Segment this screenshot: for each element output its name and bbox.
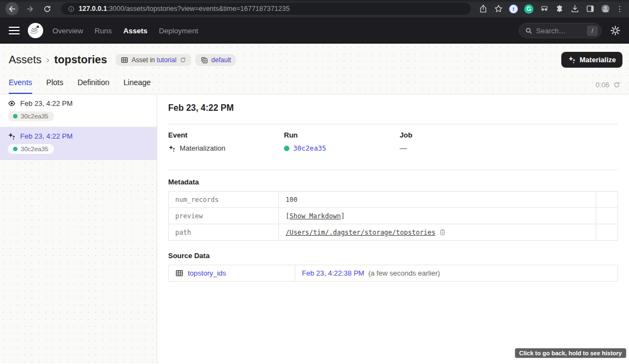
browser-reload-button[interactable] [40, 2, 54, 15]
materialize-sparkle-icon [568, 56, 576, 64]
source-data-table: topstory_ids Feb 23, 4:22:38 PM (a few s… [168, 265, 618, 282]
settings-gear-icon[interactable] [610, 26, 620, 35]
search-input[interactable] [536, 27, 583, 35]
hamburger-menu-icon[interactable] [9, 27, 20, 35]
bookmark-star-icon[interactable] [494, 4, 503, 14]
event-column: Event Materialization [168, 131, 284, 152]
reload-icon [43, 5, 51, 13]
event-detail-title: Feb 23, 4:22 PM [168, 103, 618, 113]
event-timestamp: Feb 23, 4:22 PM [20, 132, 73, 140]
tab-definition[interactable]: Definition [78, 78, 109, 94]
run-id: 30c2ea35 [21, 146, 49, 152]
default-repo-link[interactable]: default [211, 56, 231, 64]
event-run-pill[interactable]: 30c2ea35 [8, 144, 54, 154]
run-id: 30c2ea35 [21, 113, 49, 120]
observation-eye-icon [8, 99, 16, 108]
search-box[interactable]: / [519, 23, 602, 38]
metadata-value: 100 [279, 192, 596, 208]
breadcrumb-separator: › [46, 55, 49, 65]
forward-arrow-icon [26, 5, 34, 13]
run-status-dot [13, 114, 17, 118]
search-icon [525, 27, 532, 34]
nav-item-deployment[interactable]: Deployment [159, 27, 198, 35]
metadata-key: path [169, 224, 279, 241]
metadata-key: preview [169, 208, 279, 224]
breadcrumb: Assets › topstories [9, 53, 107, 66]
copy-path-icon[interactable] [439, 229, 446, 236]
password-extension-icon[interactable] [509, 4, 518, 14]
run-id-link[interactable]: 30c2ea35 [293, 144, 326, 152]
event-list-item-materialization[interactable]: Feb 23, 4:22 PM 30c2ea35 [0, 127, 157, 160]
job-value: — [400, 144, 618, 152]
event-detail-panel: Feb 23, 4:22 PM Event Materialization Ru… [157, 94, 629, 363]
dagster-topnav: Overview Runs Assets Deployment / [0, 17, 629, 44]
repo-location-badge: default [195, 54, 236, 66]
asset-table-icon [121, 56, 128, 64]
event-run-pill[interactable]: 30c2ea35 [8, 111, 54, 121]
browser-menu-icon[interactable]: ⋮ [616, 5, 624, 13]
breadcrumb-current-asset: topstories [54, 53, 107, 66]
event-type-value: Materialization [180, 144, 226, 152]
source-data-heading: Source Data [168, 252, 618, 260]
tutorial-repo-link[interactable]: tutorial [157, 56, 176, 64]
site-info-icon[interactable] [68, 5, 75, 13]
source-timestamp-link[interactable]: Feb 23, 4:22:38 PM [302, 269, 364, 277]
nav-item-overview[interactable]: Overview [52, 27, 83, 35]
back-button-tooltip: Click to go back, hold to see history [515, 348, 626, 358]
show-markdown-link[interactable]: Show Markdown [289, 212, 341, 220]
table-row: preview [Show Markdown] [169, 208, 618, 224]
run-status-dot [284, 146, 289, 151]
run-column: Run 30c2ea35 [284, 131, 400, 152]
url-text: 127.0.0.1:3000/assets/topstories?view=ev… [79, 5, 289, 13]
job-column: Job — [400, 131, 618, 152]
asset-definition-badge: Asset in tutorial [116, 54, 191, 66]
refresh-countdown: 0:06 [596, 81, 609, 89]
browser-forward-button[interactable] [23, 2, 36, 15]
refresh-icon[interactable] [613, 81, 620, 88]
asset-table-icon [175, 269, 183, 277]
downloads-icon[interactable] [570, 4, 579, 14]
metadata-key: num_records [169, 192, 279, 208]
materialization-sparkle-icon [168, 145, 176, 152]
event-timestamp: Feb 23, 4:22 PM [20, 99, 73, 108]
nav-item-assets[interactable]: Assets [123, 27, 147, 35]
asset-tabs: Events Plots Definition Lineage 0:06 [0, 73, 629, 94]
source-timestamp-note: (a few seconds earlier) [366, 269, 440, 277]
metadata-heading: Metadata [168, 178, 618, 186]
app-window: 127.0.0.1:3000/assets/topstories?view=ev… [0, 0, 629, 364]
grammarly-extension-icon[interactable]: G [524, 4, 533, 14]
asset-page-header: Assets › topstories Asset in tutorial de… [0, 44, 629, 94]
back-arrow-icon [8, 5, 16, 13]
search-shortcut-badge: / [587, 26, 598, 36]
materialize-button[interactable]: Materialize [561, 52, 622, 68]
share-icon[interactable] [478, 4, 488, 14]
browser-back-button[interactable] [5, 2, 19, 15]
browser-toolbar: 127.0.0.1:3000/assets/topstories?view=ev… [0, 0, 629, 17]
metadata-table: num_records 100 preview [Show Markdown] … [168, 191, 618, 241]
extensions-puzzle-icon[interactable] [555, 4, 564, 14]
breadcrumb-assets-link[interactable]: Assets [9, 53, 41, 66]
path-link[interactable]: /Users/tim/.dagster/storage/topstories [286, 229, 436, 236]
table-row: path /Users/tim/.dagster/storage/topstor… [169, 224, 618, 241]
run-status-dot [13, 147, 17, 151]
materialization-sparkle-icon [8, 132, 16, 140]
goggles-extension-icon[interactable] [539, 4, 549, 14]
workspace-copy-icon [200, 56, 208, 64]
event-list-item-observation[interactable]: Feb 23, 4:22 PM 30c2ea35 [0, 94, 157, 127]
dagster-logo[interactable] [27, 22, 44, 39]
event-list-sidebar: Feb 23, 4:22 PM 30c2ea35 Feb 23, 4:22 PM… [0, 94, 157, 363]
nav-item-runs[interactable]: Runs [94, 27, 112, 35]
sidebar-empty-area [0, 160, 157, 363]
tab-plots[interactable]: Plots [46, 78, 63, 94]
source-asset-link[interactable]: topstory_ids [188, 269, 226, 277]
tab-events[interactable]: Events [9, 78, 32, 94]
table-row: num_records 100 [169, 192, 618, 208]
address-bar[interactable]: 127.0.0.1:3000/assets/topstories?view=ev… [61, 3, 471, 15]
side-panel-icon[interactable] [585, 4, 595, 14]
profile-avatar[interactable] [601, 4, 610, 14]
table-row: topstory_ids Feb 23, 4:22:38 PM (a few s… [169, 265, 618, 282]
reload-definition-icon[interactable] [180, 57, 186, 63]
tab-lineage[interactable]: Lineage [123, 78, 151, 94]
